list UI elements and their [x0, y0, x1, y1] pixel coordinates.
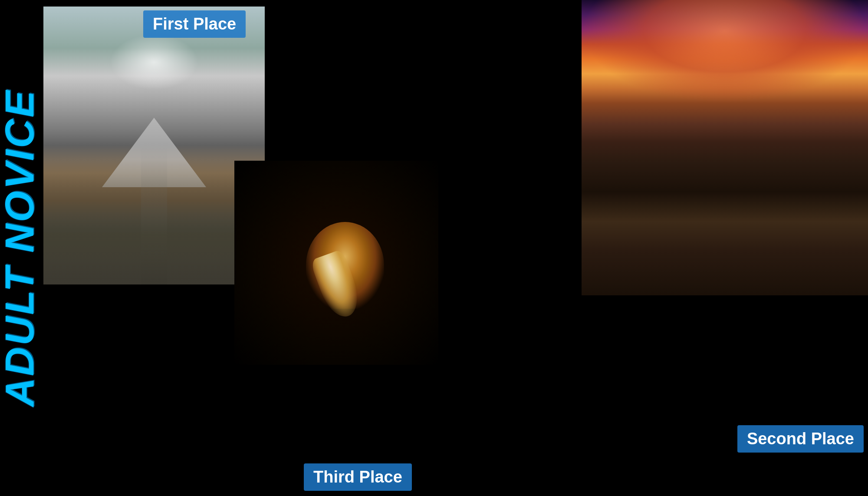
second-place-badge: Second Place — [737, 425, 864, 453]
page-title-text: ADULT NOVICE — [0, 89, 43, 407]
first-place-image — [43, 7, 265, 284]
second-place-photo — [582, 0, 868, 295]
road-decoration — [141, 145, 167, 284]
page-title-vertical: ADULT NOVICE — [0, 0, 39, 496]
cloud-decoration — [110, 34, 198, 90]
second-place-image — [582, 0, 868, 295]
first-place-badge: First Place — [143, 10, 246, 38]
third-place-image — [234, 161, 438, 365]
first-place-photo — [43, 7, 265, 284]
third-place-badge: Third Place — [304, 463, 412, 491]
third-place-photo — [234, 161, 438, 365]
